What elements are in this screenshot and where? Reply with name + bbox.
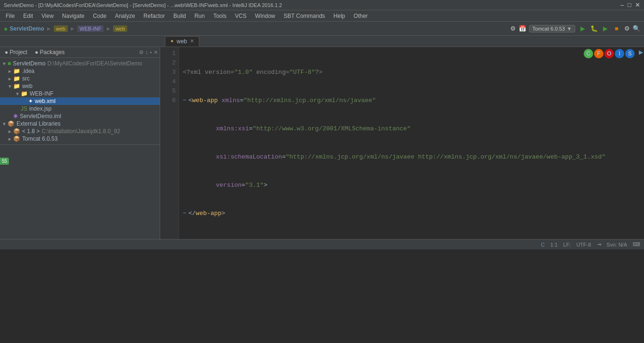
tree-extlibs-item[interactable]: ▼ 📦 External Libraries	[0, 120, 160, 128]
db-icon[interactable]: 📅	[519, 25, 526, 32]
tree-jdk-item[interactable]: ► 📦 < 1.8 > C:\Installation\Java\jdk1.8.…	[0, 128, 160, 135]
menu-view[interactable]: View	[38, 12, 57, 20]
breadcrumb-webxml[interactable]: web	[113, 25, 127, 32]
line-numbers: 1 2 3 4 5 6	[160, 47, 179, 239]
menu-edit[interactable]: Edit	[19, 12, 37, 20]
tree-src-item[interactable]: ► 📁 src	[0, 75, 160, 82]
maximize-button[interactable]: □	[628, 1, 631, 8]
main-content: ● Project ● Packages ⚙ ↕ • ✕ ▼ ■ Servlet…	[0, 47, 644, 239]
tree-arrow-web: ▼	[8, 84, 13, 89]
tab-web-xml[interactable]: ✦ web ✕	[165, 36, 199, 47]
tomcat-tree-icon: 📦	[13, 136, 20, 142]
debug-button[interactable]: 🐛	[589, 24, 599, 33]
menu-analyze[interactable]: Analyze	[111, 12, 139, 20]
menu-sbt[interactable]: SBT Commands	[280, 12, 329, 20]
tab-xml-icon: ✦	[170, 39, 174, 44]
tab-close-button[interactable]: ✕	[190, 38, 194, 44]
safari-icon[interactable]: S	[625, 49, 635, 58]
tree-indexjsp-item[interactable]: JS index.jsp	[0, 105, 160, 112]
status-encoding[interactable]: UTF-8	[576, 242, 591, 247]
line-num-6: 6	[160, 96, 176, 105]
chrome-icon[interactable]: C	[584, 49, 593, 58]
sidebar-expand-icon[interactable]: ↕	[146, 49, 148, 55]
tomcat-dropdown-icon[interactable]: ▼	[567, 26, 572, 32]
tree-webinf-item[interactable]: ▼ 📁 WEB-INF	[0, 90, 160, 97]
breadcrumb-web-folder[interactable]: web	[54, 25, 68, 32]
menu-vcs[interactable]: VCS	[231, 12, 251, 20]
menu-refactor[interactable]: Refactor	[140, 12, 169, 20]
left-edge-badge: 55	[0, 158, 9, 165]
fold-marker-2[interactable]: −	[183, 96, 188, 105]
tree-arrow-src: ►	[8, 76, 13, 81]
sidebar-close-icon[interactable]: ✕	[154, 49, 158, 56]
menu-help[interactable]: Help	[330, 12, 349, 20]
code-area[interactable]: 1 2 3 4 5 6 <?xml version="1.0" encoding…	[160, 47, 644, 239]
tree-iml-item[interactable]: ✱ ServletDemo.iml	[0, 112, 160, 120]
titlebar: ServletDemo - [D:\MyAllCodes\ForIDEA\Ser…	[0, 0, 644, 10]
idea-folder-icon: 📁	[13, 68, 20, 74]
tree-webxml-item[interactable]: ✦ web.xml	[0, 97, 160, 105]
tree-tomcat-item[interactable]: ► 📦 Tomcat 6.0.53	[0, 135, 160, 143]
tree-web-item[interactable]: ▼ 📁 web	[0, 82, 160, 90]
menu-code[interactable]: Code	[89, 12, 110, 20]
code-content[interactable]: <?xml version="1.0" encoding="UTF-8"?> −…	[179, 47, 644, 239]
sidebar-tab-packages[interactable]: ● Packages	[32, 48, 67, 56]
iml-file-icon: ✱	[13, 113, 18, 120]
sidebar-settings-icon[interactable]: ⚙	[139, 49, 144, 56]
menu-file[interactable]: File	[2, 12, 18, 20]
menu-run[interactable]: Run	[191, 12, 209, 20]
tree-idea-item[interactable]: ► 📁 .idea	[0, 67, 160, 75]
menu-build[interactable]: Build	[170, 12, 190, 20]
breadcrumb-sep1: ►	[46, 25, 52, 32]
sidebar: ● Project ● Packages ⚙ ↕ • ✕ ▼ ■ Servlet…	[0, 47, 160, 239]
sidebar-tabs: ● Project ● Packages ⚙ ↕ • ✕	[0, 47, 160, 58]
menu-other[interactable]: Other	[350, 12, 372, 20]
servlet-demo-icon: ●	[4, 25, 8, 32]
tree-webxml-label: web.xml	[35, 98, 56, 104]
tree-arrow-extlibs: ▼	[2, 121, 8, 127]
menu-tools[interactable]: Tools	[210, 12, 230, 20]
indexjsp-file-icon: JS	[21, 105, 27, 112]
search-icon[interactable]: 🔍	[633, 25, 640, 32]
tomcat-badge[interactable]: Tomcat 6.0.53 ▼	[529, 25, 575, 32]
menu-window[interactable]: Window	[251, 12, 279, 20]
code-line-2: −<web-app xmlns="http://xmlns.jcp.org/xm…	[183, 97, 376, 104]
close-button[interactable]: ✕	[635, 1, 640, 8]
breadcrumb-webinf[interactable]: WEB-INF	[77, 25, 104, 32]
window-controls[interactable]: – □ ✕	[620, 1, 640, 8]
line-num-3: 3	[160, 68, 176, 77]
tab-label: web	[177, 38, 187, 45]
line-num-2: 2	[160, 58, 176, 68]
settings-icon[interactable]: ⚙	[624, 25, 630, 32]
status-indent-icon: ⇥	[597, 241, 601, 247]
opera-icon[interactable]: O	[604, 49, 614, 58]
tree-indexjsp-label: index.jsp	[29, 105, 51, 112]
run-coverage-button[interactable]: ▶	[601, 24, 610, 33]
project-tree: ▼ ■ ServletDemo D:\MyAllCodes\ForIDEA\Se…	[0, 58, 160, 144]
breadcrumb-servlet[interactable]: ServletDemo	[9, 25, 44, 32]
navbar: ● ServletDemo ► web ► WEB-INF ► web ⚙ 📅 …	[0, 22, 644, 36]
firefox-icon[interactable]: F	[594, 49, 603, 58]
webxml-file-icon: ✦	[28, 98, 33, 104]
status-lf-label: LF:	[563, 242, 571, 247]
menu-navigate[interactable]: Navigate	[58, 12, 88, 20]
run-icons: ▶ 🐛 ▶ ■	[578, 24, 621, 33]
editor: C F O I S ▶ 1 2 3 4 5 6 <?xml version="1…	[160, 47, 644, 239]
tree-src-label: src	[22, 75, 30, 82]
sidebar-tab-project[interactable]: ● Project	[2, 48, 30, 56]
fold-marker-6[interactable]: −	[183, 209, 188, 218]
config-icon[interactable]: ⚙	[510, 25, 516, 32]
ie-icon[interactable]: I	[615, 49, 624, 58]
tree-extlibs-label: External Libraries	[16, 120, 60, 127]
status-keyboard-icon: ⌨	[633, 241, 640, 247]
tree-arrow-webinf: ▼	[15, 91, 21, 96]
stop-button[interactable]: ■	[612, 24, 621, 33]
code-line-3: xmlns:xsi="http://www.w3.org/2001/XMLSch…	[183, 125, 411, 132]
sidebar-collapse-icon[interactable]: •	[150, 49, 152, 55]
tree-root-item[interactable]: ▼ ■ ServletDemo D:\MyAllCodes\ForIDEA\Se…	[0, 60, 160, 67]
status-cursor: 1:1	[550, 242, 557, 247]
sidebar-scrollbar[interactable]	[0, 144, 160, 148]
tree-jdk-path: C:\Installation\Java\jdk1.8.0_92	[41, 128, 120, 135]
run-button[interactable]: ▶	[578, 24, 587, 33]
minimize-button[interactable]: –	[620, 1, 624, 8]
